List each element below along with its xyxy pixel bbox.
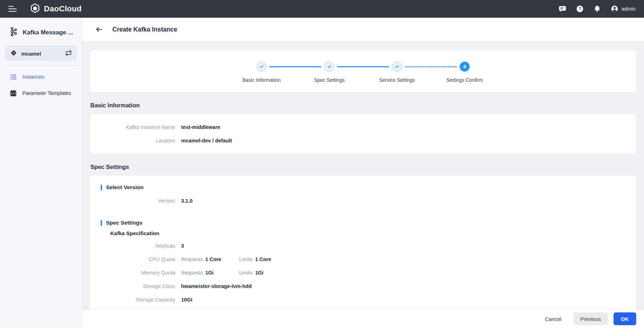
sidebar-item-label: Instances: [22, 74, 44, 80]
template-icon: {/}: [10, 90, 17, 97]
info-row-label: Storage Class: [101, 283, 175, 289]
info-row-label: Memory Quota: [101, 270, 175, 276]
footer-action-bar: Cancel Previous OK: [82, 310, 644, 328]
sidebar-item-parameter-templates[interactable]: {/}Parameter Templates: [0, 85, 82, 101]
page-title: Create Kafka Instance: [112, 26, 177, 33]
stepper-step-1[interactable]: Basic Information: [228, 62, 296, 83]
step-check-icon: [324, 62, 334, 72]
workspace-icon: [10, 49, 17, 58]
workspace-selector[interactable]: mcamel: [5, 46, 77, 61]
info-row: Replicas3: [101, 239, 626, 253]
quota-pair-key: Limits: [239, 256, 253, 262]
quota-pair: Requests1 Core: [181, 256, 231, 262]
info-row: Kafka Instance Nametest-middleware: [101, 120, 626, 134]
quota-pair-key: Requests: [181, 256, 203, 262]
kafka-icon: [9, 27, 18, 38]
info-row: Memory QuotaRequests1GiLimits1Gi: [101, 266, 626, 279]
info-row: Storage Capacity10Gi: [101, 293, 626, 306]
message-icon[interactable]: [559, 5, 566, 13]
user-name: admin: [622, 6, 636, 12]
avatar-icon: [611, 5, 618, 13]
step-label: Service Settings: [379, 77, 415, 83]
info-row-value: Requests1GiLimits1Gi: [181, 270, 263, 276]
step-check-icon: [392, 62, 402, 72]
step-check-icon: [257, 62, 267, 72]
info-row-value: Requests1 CoreLimits1 Core: [181, 256, 271, 262]
info-row-label: CPU Quota: [101, 256, 175, 262]
info-row-value: test-middleware: [181, 124, 220, 130]
sidebar-nav: Instances{/}Parameter Templates: [0, 69, 82, 101]
quota-pair-key: Requests: [181, 270, 203, 276]
info-row-value: hwameistor-storage-lvm-hdd: [181, 283, 252, 289]
switch-workspace-icon[interactable]: [65, 50, 72, 58]
info-row: CPU QuotaRequests1 CoreLimits1 Core: [101, 253, 626, 266]
quota-pair: Requests1Gi: [181, 270, 231, 276]
sidebar-divider: [6, 66, 76, 66]
quota-pair: Limits1Gi: [239, 270, 263, 276]
ok-button[interactable]: OK: [614, 312, 637, 325]
top-bar: DaoCloud ?: [0, 0, 644, 18]
svg-text:?: ?: [578, 6, 581, 11]
stepper: Basic InformationSpec SettingsService Se…: [90, 62, 636, 83]
section-title-basic-information: Basic Information: [90, 102, 636, 109]
quota-pair-value: 1 Core: [255, 256, 271, 262]
info-row: Version3.1.0: [101, 194, 626, 208]
step-label: Spec Settings: [314, 77, 345, 83]
section-title-spec-settings: Spec Settings: [90, 164, 636, 170]
quota-pair-value: 1Gi: [255, 270, 263, 276]
info-row-label: Storage Capacity: [101, 297, 175, 302]
kafka-specification-subtitle: Kafka Specification: [110, 230, 626, 236]
info-row-label: Version: [101, 198, 175, 204]
sidebar-app-header: Kafka Message ...: [0, 18, 82, 46]
info-row-value: mcamel-dev / default: [181, 138, 232, 143]
accent-bar: [101, 185, 102, 191]
stepper-card: Basic InformationSpec SettingsService Se…: [90, 50, 636, 92]
sidebar-app-title: Kafka Message ...: [23, 29, 73, 36]
stepper-step-2[interactable]: Spec Settings: [296, 62, 363, 83]
previous-button[interactable]: Previous: [573, 312, 607, 325]
user-menu[interactable]: admin: [611, 5, 636, 13]
info-row-label: Kafka Instance Name: [101, 124, 175, 130]
sidebar: Kafka Message ... mcamel Instances{/}Par…: [0, 18, 82, 328]
workspace-name: mcamel: [21, 51, 61, 57]
info-row-label: Location: [101, 138, 175, 143]
sidebar-item-instances[interactable]: Instances: [0, 69, 82, 85]
info-row-value: 3.1.0: [181, 198, 192, 204]
quota-pair-value: 1 Core: [205, 256, 221, 262]
cancel-button[interactable]: Cancel: [539, 313, 567, 325]
info-row-value: 3: [181, 243, 184, 249]
accent-bar: [101, 220, 102, 226]
list-icon: [10, 73, 17, 81]
stepper-step-3[interactable]: Service Settings: [363, 62, 431, 83]
info-row: Locationmcamel-dev / default: [101, 134, 626, 147]
sidebar-item-label: Parameter Templates: [22, 90, 71, 96]
page-header: Create Kafka Instance: [82, 18, 644, 41]
brand-name: DaoCloud: [44, 4, 82, 13]
quota-pair: Limits1 Core: [239, 256, 271, 262]
daocloud-cube-icon: [30, 3, 40, 15]
step-label: Settings Confirm: [446, 77, 483, 83]
step-label: Basic Information: [242, 77, 281, 83]
brand-logo[interactable]: DaoCloud: [30, 3, 82, 15]
select-version-title: Select Version: [106, 184, 144, 191]
info-row: Storage Classhwameistor-storage-lvm-hdd: [101, 279, 626, 293]
info-row-label: Replicas: [101, 243, 175, 249]
spec-settings-block-header: Spec Settings: [101, 220, 626, 226]
quota-pair-value: 1Gi: [205, 270, 213, 276]
select-version-block-header: Select Version: [101, 184, 626, 191]
spec-settings-block-title: Spec Settings: [106, 220, 142, 226]
menu-toggle-icon[interactable]: [9, 6, 17, 12]
help-icon[interactable]: ?: [576, 5, 584, 13]
stepper-step-4[interactable]: 4Settings Confirm: [431, 62, 499, 83]
spec-settings-card: Select Version Version3.1.0 Spec Setting…: [90, 176, 636, 310]
bell-icon[interactable]: [593, 5, 601, 13]
quota-pair-key: Limits: [239, 270, 253, 276]
step-number-badge: 4: [460, 62, 470, 72]
svg-text:{/}: {/}: [10, 91, 16, 95]
info-row-value: 10Gi: [181, 297, 192, 302]
main-content: Basic InformationSpec SettingsService Se…: [82, 41, 644, 310]
basic-information-card: Kafka Instance Nametest-middlewareLocati…: [90, 114, 636, 154]
back-arrow-icon[interactable]: [95, 26, 103, 33]
